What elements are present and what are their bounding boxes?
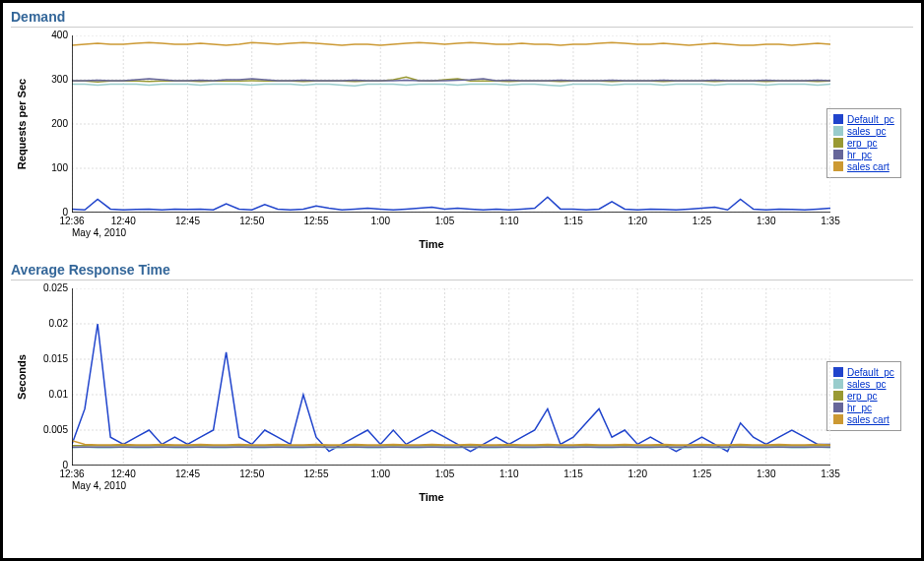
legend-label[interactable]: hr_pc: [847, 150, 872, 160]
x-tick: 1:05: [435, 216, 454, 226]
y-tick: 0.01: [33, 390, 68, 400]
legend-label[interactable]: erp_pc: [847, 138, 878, 149]
plot-area: 00.0050.010.0150.020.02512:3612:4012:451…: [72, 288, 830, 466]
legend-item[interactable]: sales_pc: [833, 126, 894, 137]
x-tick: 1:10: [499, 468, 518, 479]
x-tick: 1:25: [693, 216, 711, 226]
x-tick: 12:55: [303, 468, 328, 479]
legend-item[interactable]: hr_pc: [833, 150, 894, 160]
chart-title: Average Response Time: [11, 260, 913, 280]
legend-label[interactable]: Default_pc: [847, 114, 894, 125]
x-axis-label: Time: [33, 238, 830, 250]
series-line: [72, 42, 830, 45]
x-tick: 1:15: [563, 468, 582, 479]
y-tick: 0.02: [33, 319, 68, 329]
plot-area: 010020030040012:3612:4012:4512:5012:551:…: [72, 35, 830, 213]
legend-label[interactable]: erp_pc: [847, 391, 878, 402]
legend-swatch: [833, 367, 843, 377]
y-axis-label: Seconds: [16, 354, 28, 400]
legend-swatch: [833, 126, 843, 136]
y-tick: 200: [33, 119, 68, 129]
y-tick: 0.025: [33, 283, 68, 293]
legend-item[interactable]: erp_pc: [833, 138, 894, 149]
legend-item[interactable]: sales cart: [833, 161, 894, 172]
legend-label[interactable]: sales_pc: [847, 126, 886, 137]
chart-svg: [72, 288, 830, 466]
chart-section-0: DemandRequests per Sec010020030040012:36…: [11, 7, 913, 250]
x-tick: 12:36: [59, 468, 84, 479]
x-tick: 12:40: [111, 468, 136, 479]
x-tick: 1:30: [757, 468, 775, 479]
x-tick: 12:55: [303, 216, 328, 226]
x-tick: 1:20: [628, 468, 647, 479]
x-tick: 1:15: [563, 216, 582, 226]
legend-item[interactable]: Default_pc: [833, 114, 894, 125]
series-line: [72, 197, 830, 210]
chart-section-1: Average Response TimeSeconds00.0050.010.…: [11, 260, 913, 503]
legend-item[interactable]: sales cart: [833, 414, 894, 425]
y-tick: 0.005: [33, 425, 68, 435]
x-tick: 12:40: [111, 216, 136, 226]
x-axis-label: Time: [33, 491, 830, 503]
x-tick: 1:00: [370, 468, 389, 479]
x-tick: 12:45: [175, 216, 200, 226]
legend: Default_pcsales_pcerp_pchr_pcsales cart: [826, 108, 901, 178]
legend-item[interactable]: hr_pc: [833, 403, 894, 413]
legend-swatch: [833, 379, 843, 389]
x-tick: 1:35: [821, 216, 839, 226]
y-tick: 0.015: [33, 354, 68, 364]
legend-swatch: [833, 138, 843, 148]
legend-label[interactable]: hr_pc: [847, 403, 872, 413]
legend-swatch: [833, 161, 843, 171]
x-tick: 1:25: [693, 468, 711, 479]
legend-swatch: [833, 414, 843, 424]
x-tick: 1:35: [821, 468, 839, 479]
legend-swatch: [833, 150, 843, 159]
legend-label[interactable]: sales_pc: [847, 379, 886, 390]
legend-swatch: [833, 403, 843, 412]
x-tick: 12:50: [239, 468, 264, 479]
series-line: [72, 324, 830, 452]
x-tick: 1:10: [499, 216, 518, 226]
legend-label[interactable]: sales cart: [847, 161, 890, 172]
x-tick: 1:05: [435, 468, 454, 479]
legend-item[interactable]: Default_pc: [833, 367, 894, 378]
legend-item[interactable]: erp_pc: [833, 391, 894, 402]
y-tick: 100: [33, 163, 68, 173]
x-date-label: May 4, 2010: [72, 480, 126, 491]
chart-title: Demand: [11, 7, 913, 28]
x-tick: 1:30: [757, 216, 775, 226]
series-line: [72, 85, 830, 87]
legend-swatch: [833, 114, 843, 124]
legend-label[interactable]: Default_pc: [847, 367, 894, 378]
y-tick: 300: [33, 75, 68, 85]
legend-item[interactable]: sales_pc: [833, 379, 894, 390]
y-tick: 400: [33, 31, 68, 40]
chart-svg: [72, 35, 830, 213]
x-date-label: May 4, 2010: [72, 227, 126, 238]
legend: Default_pcsales_pcerp_pchr_pcsales cart: [826, 361, 901, 431]
x-tick: 12:50: [239, 216, 264, 226]
legend-swatch: [833, 391, 843, 401]
x-tick: 1:20: [628, 216, 647, 226]
legend-label[interactable]: sales cart: [847, 414, 890, 425]
y-axis-label: Requests per Sec: [16, 79, 28, 169]
x-tick: 12:36: [59, 216, 84, 226]
x-tick: 1:00: [370, 216, 389, 226]
x-tick: 12:45: [175, 468, 200, 479]
